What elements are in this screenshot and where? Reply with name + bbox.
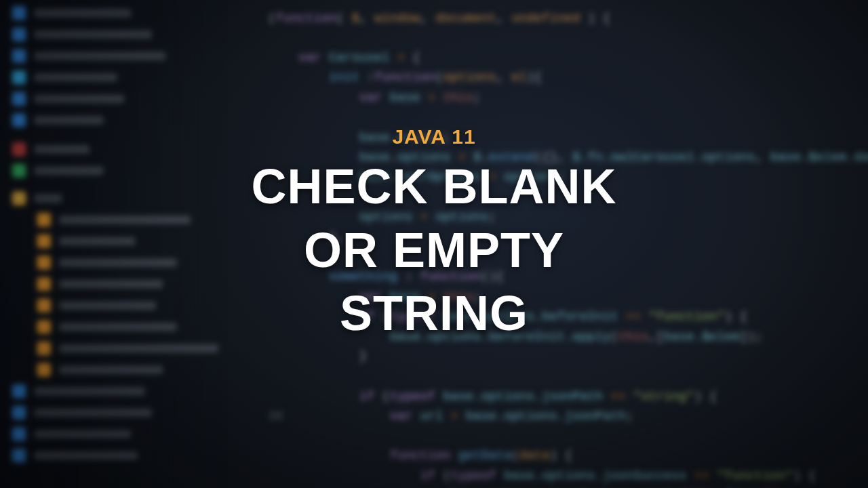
hero-image: (function( $, window, document, undefine…	[0, 0, 868, 488]
sidebar-file-tree	[0, 0, 226, 488]
code-panel: (function( $, window, document, undefine…	[268, 0, 868, 488]
blurred-editor-background: (function( $, window, document, undefine…	[0, 0, 868, 488]
